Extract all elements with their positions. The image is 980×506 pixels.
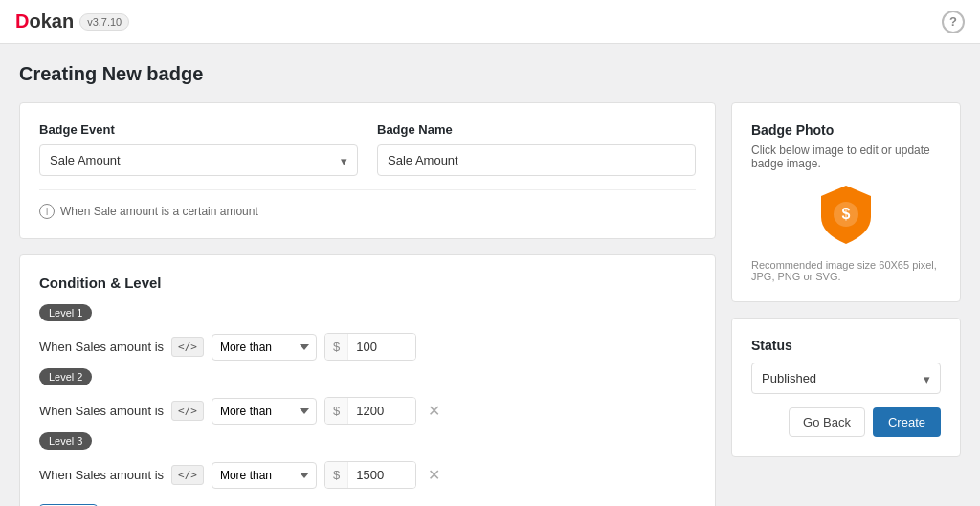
logo: Dokan v3.7.10: [15, 11, 129, 33]
level-2-amount-input[interactable]: [348, 398, 415, 424]
level-3-operator-select[interactable]: More than Less than Equal to: [212, 462, 317, 489]
level-3-condition-label: When Sales amount is: [39, 468, 164, 482]
info-icon: i: [39, 204, 55, 219]
go-back-button[interactable]: Go Back: [789, 407, 865, 437]
status-select-wrapper: Published Draft ▾: [751, 363, 941, 394]
level-2-badge: Level 2: [39, 368, 92, 385]
level-2-condition-row: When Sales amount is </> More than Less …: [39, 397, 696, 425]
content-grid: Badge Event Sale Amount Order Count Prod…: [19, 102, 961, 506]
level-2-remove-button[interactable]: ✕: [424, 400, 444, 423]
level-2-operator-select[interactable]: More than Less than Equal to: [212, 398, 317, 425]
badge-photo-card: Badge Photo Click below image to edit or…: [731, 102, 961, 302]
level-3-section: Level 3 When Sales amount is </> More th…: [39, 432, 696, 489]
level-3-code-icon: </>: [171, 465, 204, 485]
hint-text: When Sale amount is a certain amount: [60, 205, 258, 218]
status-title: Status: [751, 338, 941, 353]
level-1-code-icon: </>: [171, 337, 204, 357]
badge-shield-icon[interactable]: $: [817, 184, 875, 246]
badge-event-select-wrapper: Sale Amount Order Count Product Count ▾: [39, 144, 358, 176]
left-column: Badge Event Sale Amount Order Count Prod…: [19, 102, 716, 506]
page-title: Creating New badge: [19, 63, 961, 85]
level-3-dollar-icon: $: [325, 462, 348, 488]
badge-event-label: Badge Event: [39, 122, 358, 137]
main-content: Creating New badge Badge Event Sale Amou…: [0, 44, 980, 506]
level-1-condition-row: When Sales amount is </> More than Less …: [39, 333, 696, 361]
hint-row: i When Sale amount is a certain amount: [39, 204, 696, 219]
badge-fields-row: Badge Event Sale Amount Order Count Prod…: [39, 122, 696, 176]
level-1-amount-input[interactable]: [348, 334, 415, 360]
level-1-badge: Level 1: [39, 304, 92, 321]
badge-photo-title: Badge Photo: [751, 122, 941, 138]
level-1-dollar-icon: $: [325, 334, 348, 360]
level-3-amount-wrap: $: [324, 461, 416, 489]
level-1-operator-select[interactable]: More than Less than Equal to: [212, 334, 317, 361]
badge-info-card: Badge Event Sale Amount Order Count Prod…: [19, 102, 716, 239]
level-3-badge: Level 3: [39, 432, 92, 450]
topbar: Dokan v3.7.10 ?: [0, 0, 980, 44]
svg-text:$: $: [842, 206, 851, 222]
divider: [39, 189, 696, 190]
right-column: Badge Photo Click below image to edit or…: [731, 102, 961, 506]
level-1-condition-label: When Sales amount is: [39, 340, 164, 354]
level-2-condition-label: When Sales amount is: [39, 404, 164, 418]
badge-event-select[interactable]: Sale Amount Order Count Product Count: [40, 145, 357, 175]
badge-name-input[interactable]: [377, 144, 696, 176]
create-button[interactable]: Create: [873, 407, 941, 437]
level-1-amount-wrap: $: [324, 333, 416, 361]
app-name: Dokan: [15, 11, 74, 33]
badge-photo-hint: Click below image to edit or update badg…: [751, 143, 941, 170]
badge-icon-wrapper[interactable]: $: [751, 184, 941, 246]
badge-event-field: Badge Event Sale Amount Order Count Prod…: [39, 122, 358, 176]
level-3-remove-button[interactable]: ✕: [424, 464, 444, 487]
help-icon[interactable]: ?: [942, 11, 965, 33]
level-3-amount-input[interactable]: [348, 462, 415, 488]
badge-photo-size-hint: Recommended image size 60X65 pixel, JPG,…: [751, 259, 941, 282]
level-1-section: Level 1 When Sales amount is </> More th…: [39, 304, 696, 361]
badge-name-field: Badge Name: [377, 122, 696, 176]
status-select[interactable]: Published Draft: [752, 363, 940, 393]
level-2-amount-wrap: $: [324, 397, 416, 425]
condition-section-title: Condition & Level: [39, 275, 696, 291]
level-3-condition-row: When Sales amount is </> More than Less …: [39, 461, 696, 489]
actions-row: Go Back Create: [751, 407, 941, 437]
badge-name-label: Badge Name: [377, 122, 696, 137]
status-card: Status Published Draft ▾ Go Back Create: [731, 318, 961, 457]
level-2-dollar-icon: $: [325, 398, 348, 424]
level-2-section: Level 2 When Sales amount is </> More th…: [39, 368, 696, 425]
level-2-code-icon: </>: [171, 401, 204, 421]
version-badge: v3.7.10: [79, 13, 129, 31]
condition-level-card: Condition & Level Level 1 When Sales amo…: [19, 254, 716, 506]
